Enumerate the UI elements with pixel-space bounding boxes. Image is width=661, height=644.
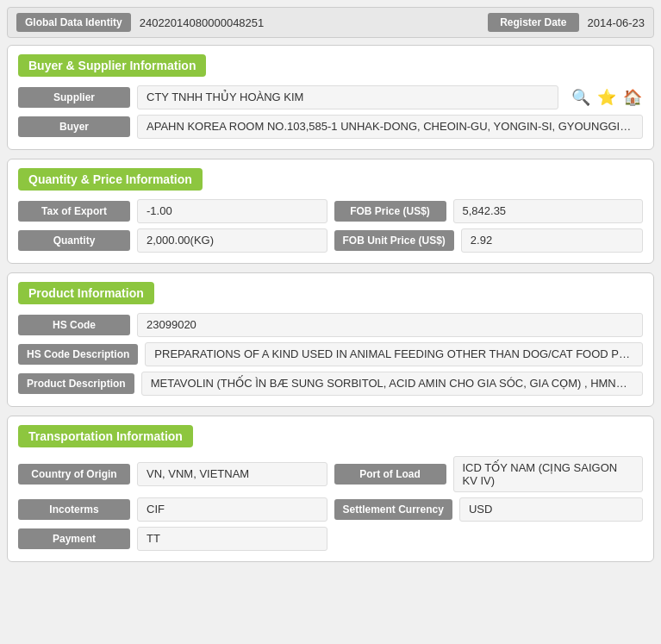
fob-unit-value: 2.92 xyxy=(461,228,643,253)
product-info-section: Product Information HS Code 23099020 HS … xyxy=(7,272,654,407)
global-id-value: 24022014080000048251 xyxy=(140,16,479,29)
fob-unit-label: FOB Unit Price (US$) xyxy=(334,230,454,251)
port-label: Port of Load xyxy=(334,464,446,485)
incoterms-value: CIF xyxy=(137,497,327,522)
buyer-label: Buyer xyxy=(18,116,130,137)
hs-desc-label: HS Code Description xyxy=(18,344,138,365)
fob-price-col: FOB Price (US$) 5,842.35 xyxy=(334,199,644,223)
tax-value: -1.00 xyxy=(137,199,327,223)
hs-desc-row: HS Code Description PREPARATIONS OF A KI… xyxy=(18,342,643,366)
quantity-price-header: Quantity & Price Information xyxy=(18,168,203,191)
prod-desc-value: METAVOLIN (THỐC ÌN BÆ SUNG SORBITOL, ACI… xyxy=(141,372,643,396)
incoterms-label: Incoterms xyxy=(18,499,130,520)
port-value: ICD TỐY NAM (CỊNG SAIGON KV IV) xyxy=(453,456,644,492)
settlement-col: Settlement Currency USD xyxy=(334,497,644,522)
quantity-value: 2,000.00(KG) xyxy=(137,228,327,253)
quantity-fobunit-row: Quantity 2,000.00(KG) FOB Unit Price (US… xyxy=(18,228,643,253)
tax-col: Tax of Export -1.00 xyxy=(18,199,327,223)
fob-price-label: FOB Price (US$) xyxy=(334,201,446,222)
hs-code-row: HS Code 23099020 xyxy=(18,313,643,337)
buyer-supplier-section: Buyer & Supplier Information Supplier CT… xyxy=(7,45,654,150)
search-icon[interactable]: 🔍 xyxy=(571,87,591,108)
tax-label: Tax of Export xyxy=(18,201,130,222)
product-info-header: Product Information xyxy=(18,282,154,304)
payment-label: Payment xyxy=(18,528,130,549)
prod-desc-label: Product Description xyxy=(18,373,134,394)
country-col: Country of Origin VN, VNM, VIETNAM xyxy=(18,462,327,486)
country-label: Country of Origin xyxy=(18,464,130,485)
hs-code-value: 23099020 xyxy=(137,313,643,337)
prod-desc-row: Product Description METAVOLIN (THỐC ÌN B… xyxy=(18,372,643,396)
transportation-header: Transportation Information xyxy=(18,425,193,447)
settlement-value: USD xyxy=(459,497,643,522)
buyer-row: Buyer APAHN KOREA ROOM NO.103,585-1 UNHA… xyxy=(18,115,643,139)
supplier-label: Supplier xyxy=(18,87,130,108)
register-date-button[interactable]: Register Date xyxy=(488,13,578,32)
buyer-value: APAHN KOREA ROOM NO.103,585-1 UNHAK-DONG… xyxy=(137,115,643,139)
incoterms-settlement-row: Incoterms CIF Settlement Currency USD xyxy=(18,497,643,522)
country-value: VN, VNM, VIETNAM xyxy=(137,462,327,486)
hs-code-label: HS Code xyxy=(18,315,130,335)
register-date-value: 2014-06-23 xyxy=(588,16,645,29)
settlement-label: Settlement Currency xyxy=(334,499,452,520)
supplier-row: Supplier CTY TNHH THỦY HOÀNG KIM 🔍 ⭐ 🏠 xyxy=(18,85,643,109)
supplier-value: CTY TNHH THỦY HOÀNG KIM xyxy=(137,85,558,109)
payment-col: Payment TT xyxy=(18,527,327,551)
star-icon[interactable]: ⭐ xyxy=(596,87,617,108)
fob-unit-col: FOB Unit Price (US$) 2.92 xyxy=(334,228,644,253)
incoterms-col: Incoterms CIF xyxy=(18,497,327,522)
payment-value: TT xyxy=(137,527,327,551)
buyer-supplier-header: Buyer & Supplier Information xyxy=(18,54,206,77)
country-port-row: Country of Origin VN, VNM, VIETNAM Port … xyxy=(18,456,643,492)
home-icon[interactable]: 🏠 xyxy=(622,87,643,108)
quantity-col: Quantity 2,000.00(KG) xyxy=(18,228,327,253)
port-col: Port of Load ICD TỐY NAM (CỊNG SAIGON KV… xyxy=(334,456,644,492)
fob-price-value: 5,842.35 xyxy=(453,199,644,223)
quantity-price-section: Quantity & Price Information Tax of Expo… xyxy=(7,159,654,264)
transportation-section: Transportation Information Country of Or… xyxy=(7,416,654,562)
quantity-label: Quantity xyxy=(18,230,130,251)
global-id-label: Global Data Identity xyxy=(16,13,131,32)
action-icons: 🔍 ⭐ 🏠 xyxy=(571,87,643,108)
payment-row: Payment TT xyxy=(18,527,643,551)
top-bar: Global Data Identity 2402201408000004825… xyxy=(7,7,654,38)
hs-desc-value: PREPARATIONS OF A KIND USED IN ANIMAL FE… xyxy=(145,342,643,366)
tax-fob-row: Tax of Export -1.00 FOB Price (US$) 5,84… xyxy=(18,199,643,223)
